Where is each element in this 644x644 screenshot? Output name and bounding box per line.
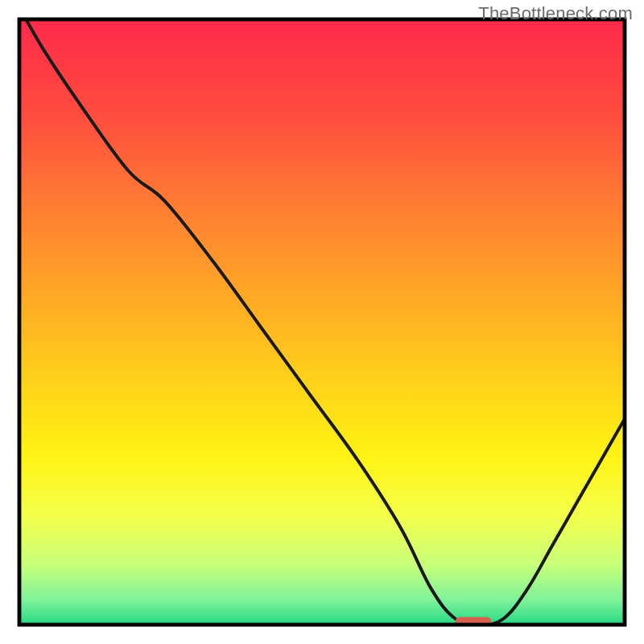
chart-panel bbox=[19, 7, 625, 627]
watermark-label: TheBottleneck.com bbox=[478, 3, 633, 24]
chart-container: TheBottleneck.com bbox=[0, 0, 644, 644]
gradient-background bbox=[19, 19, 625, 625]
bottleneck-chart bbox=[0, 0, 644, 644]
